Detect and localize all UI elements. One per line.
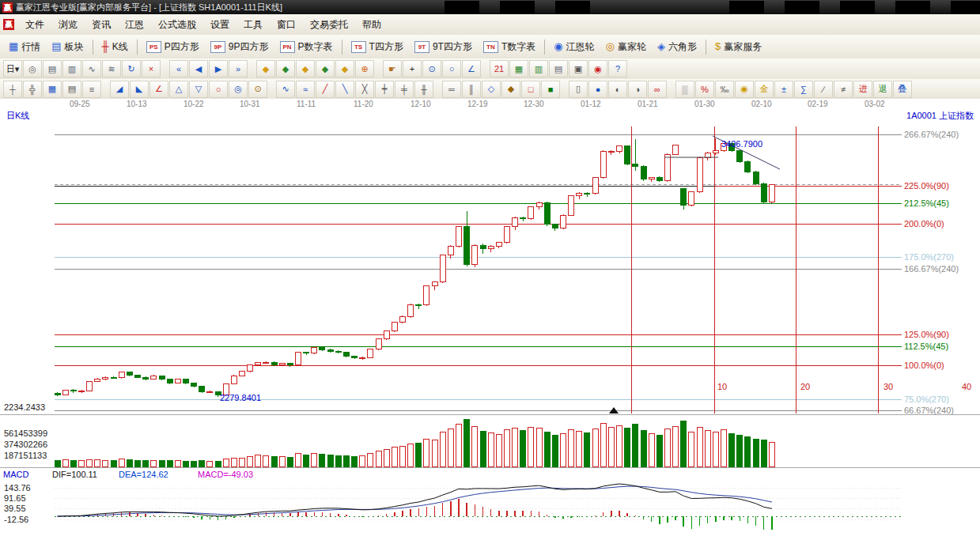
gann-diamond-3-button[interactable]: ◆ xyxy=(296,60,315,77)
half-circle-left-icon[interactable]: ◐ xyxy=(608,81,627,98)
cross-lines-icon[interactable]: ╳ xyxy=(355,81,374,98)
sectors-button[interactable]: ▤板块 xyxy=(46,38,89,56)
refresh-icon[interactable]: ↻ xyxy=(122,60,141,77)
next-bar-button[interactable]: ▶ xyxy=(209,60,228,77)
double-circle-icon[interactable]: ◎ xyxy=(229,81,248,98)
menu-file[interactable]: 文件 xyxy=(18,17,51,32)
menu-trade-orders[interactable]: 交易委托 xyxy=(303,17,355,32)
menu-settings[interactable]: 设置 xyxy=(203,17,236,32)
9p-square-button[interactable]: 9P9P四方形 xyxy=(205,38,274,56)
double-hline-icon[interactable]: ═ xyxy=(442,81,461,98)
menu-gann[interactable]: 江恩 xyxy=(118,17,151,32)
wave-tool-icon[interactable]: ∿ xyxy=(276,81,295,98)
ruler-icon[interactable]: ≠ xyxy=(834,81,853,98)
gann-diamond-4-button[interactable]: ◆ xyxy=(316,60,335,77)
page-button[interactable]: ▤ xyxy=(549,60,568,77)
hexagon-button[interactable]: ◈六角形 xyxy=(652,38,702,56)
info-panel-icon[interactable]: ▤ xyxy=(43,60,62,77)
winner-service-button[interactable]: $赢家服务 xyxy=(709,38,767,56)
menu-formula-picker[interactable]: 公式选股 xyxy=(151,17,203,32)
bar-tool-icon[interactable]: ▯ xyxy=(569,81,588,98)
gann-grid-icon[interactable]: ┼ xyxy=(3,81,22,98)
band-icon[interactable]: ▒ xyxy=(675,81,694,98)
hv-cross-icon[interactable]: ╫ xyxy=(414,81,433,98)
seal-button[interactable]: ◉ xyxy=(588,60,607,77)
circle-cycle-icon[interactable]: ○ xyxy=(209,81,228,98)
quotes-button[interactable]: ▦行情 xyxy=(3,38,46,56)
angle-tool-icon[interactable]: ∠ xyxy=(149,81,168,98)
compass-icon[interactable]: ⊕ xyxy=(355,60,374,77)
triangle-up-tool-icon[interactable]: △ xyxy=(169,81,188,98)
trend-up-line-icon[interactable]: ╱ xyxy=(316,81,335,98)
square-grid-icon[interactable]: ╬ xyxy=(23,81,42,98)
vline-cross-icon[interactable]: ╪ xyxy=(395,81,414,98)
board-view-icon[interactable]: ▥ xyxy=(62,60,81,77)
chart-area[interactable]: 日K线 1A0001 上证指数 3406.7900 2279.8401 2234… xyxy=(0,109,980,540)
green-grid-button[interactable]: ▦ xyxy=(509,60,528,77)
gold-coin-icon[interactable]: ◉ xyxy=(735,81,754,98)
enter-marker-icon[interactable]: 进 xyxy=(853,81,872,98)
menu-tools[interactable]: 工具 xyxy=(236,17,270,32)
infinity-cycle-icon[interactable]: ∞ xyxy=(648,81,667,98)
help-button[interactable]: ? xyxy=(608,60,627,77)
last-bar-button[interactable]: » xyxy=(229,60,248,77)
overlay-circle-icon[interactable]: ◎ xyxy=(23,60,42,77)
percent-icon[interactable]: % xyxy=(695,81,714,98)
exit-marker-icon[interactable]: 退 xyxy=(873,81,892,98)
t-number-table-button[interactable]: TNT数字表 xyxy=(478,38,541,56)
rect-tool-icon[interactable]: □ xyxy=(521,81,540,98)
trend-down-line-icon[interactable]: ╲ xyxy=(335,81,354,98)
dot-tool-icon[interactable]: ● xyxy=(588,81,607,98)
p-square-button[interactable]: PSP四方形 xyxy=(141,38,205,56)
circle-marker-button[interactable]: ○ xyxy=(442,60,461,77)
overlay-marker-icon[interactable]: 叠 xyxy=(893,81,912,98)
hand-tool-button[interactable]: ☛ xyxy=(383,60,402,77)
solid-rect-icon[interactable]: ■ xyxy=(541,81,560,98)
zoom-button[interactable]: ⊙ xyxy=(422,60,441,77)
solid-diamond-icon[interactable]: ◆ xyxy=(501,81,520,98)
p-number-table-button[interactable]: PNP数字表 xyxy=(274,38,339,56)
layers-icon[interactable]: ≋ xyxy=(102,60,121,77)
diamond-tool-icon[interactable]: ◇ xyxy=(482,81,501,98)
gann-wheel-button[interactable]: ◉江恩轮 xyxy=(548,38,600,56)
permille-icon[interactable]: ‰ xyxy=(715,81,734,98)
menu-news[interactable]: 资讯 xyxy=(85,17,118,32)
triangle-down-tool-icon[interactable]: ▽ xyxy=(189,81,208,98)
menu-window[interactable]: 窗口 xyxy=(270,17,303,32)
hline-tool-icon[interactable]: ≡ xyxy=(82,81,101,98)
balance-icon[interactable]: ± xyxy=(774,81,793,98)
titlebar-texture-block xyxy=(445,1,479,13)
list-grid-icon[interactable]: ▤ xyxy=(62,81,81,98)
gann-diamond-2-button[interactable]: ◆ xyxy=(276,60,295,77)
half-circle-right-icon[interactable]: ◑ xyxy=(628,81,647,98)
price-grid-icon[interactable]: ▦ xyxy=(43,81,62,98)
t-square-button[interactable]: TST四方形 xyxy=(346,38,409,56)
green-panel-button[interactable]: ▥ xyxy=(529,60,548,77)
menu-help[interactable]: 帮助 xyxy=(355,17,388,32)
fan-down-icon[interactable]: ◣ xyxy=(130,81,149,98)
9t-square-button[interactable]: 9T9T四方形 xyxy=(409,38,478,56)
menu-browse[interactable]: 浏览 xyxy=(51,17,85,32)
kline-button[interactable]: ╫K线 xyxy=(96,38,134,56)
print-button[interactable]: ▣ xyxy=(569,60,588,77)
delete-icon[interactable]: × xyxy=(142,60,161,77)
first-bar-button[interactable]: « xyxy=(169,60,188,77)
calendar-21-button[interactable]: 21 xyxy=(490,60,509,77)
sine-tool-icon[interactable]: ≈ xyxy=(296,81,315,98)
winner-wheel-button[interactable]: ◎赢家轮 xyxy=(600,38,652,56)
gold-section-icon[interactable]: 金 xyxy=(755,81,774,98)
spiral-tool-icon[interactable]: ⊙ xyxy=(248,81,267,98)
angle-button[interactable]: ∠ xyxy=(462,60,481,77)
grid-cross-icon[interactable]: ┿ xyxy=(375,81,394,98)
overlay-marker-icon-glyph: 叠 xyxy=(899,83,907,95)
crosshair-button[interactable]: + xyxy=(403,60,422,77)
gann-diamond-5-button[interactable]: ◆ xyxy=(335,60,354,77)
sum-stats-icon[interactable]: ∑ xyxy=(794,81,813,98)
prev-bar-button[interactable]: ◀ xyxy=(189,60,208,77)
period-day-dropdown[interactable]: 日▾ xyxy=(3,60,22,77)
double-vline-icon[interactable]: ║ xyxy=(462,81,481,98)
slope-icon[interactable]: ∕ xyxy=(814,81,833,98)
gann-diamond-1-button[interactable]: ◆ xyxy=(256,60,275,77)
fan-up-icon[interactable]: ◢ xyxy=(110,81,129,98)
wave-mini-icon[interactable]: ∿ xyxy=(82,60,101,77)
